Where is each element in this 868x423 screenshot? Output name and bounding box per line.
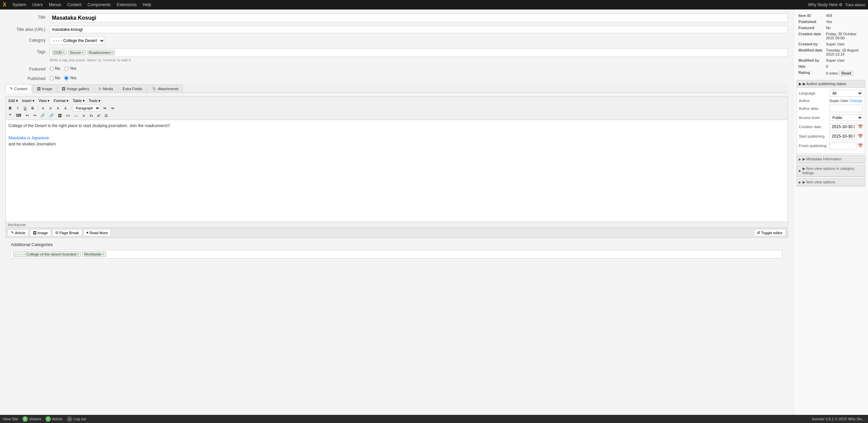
- author-publishing-content: Language All Author Super User Change: [797, 88, 865, 154]
- sidebar-published-label: Published: [797, 19, 824, 24]
- read-more-button[interactable]: ▾ Read More: [83, 229, 111, 236]
- tag-cod-remove[interactable]: ×: [62, 51, 64, 55]
- published-yes-radio[interactable]: [64, 76, 69, 80]
- toolbar-table-menu[interactable]: Table ▾: [71, 98, 86, 104]
- article-button[interactable]: ✎ Article: [8, 229, 29, 236]
- code-button[interactable]: <>: [64, 113, 72, 119]
- link-button[interactable]: 🔗: [39, 112, 47, 119]
- category-select[interactable]: - - - - College the Desert: [50, 37, 105, 45]
- featured-no-radio[interactable]: [50, 66, 54, 71]
- align-right-button[interactable]: ≡: [55, 105, 61, 111]
- remove-format-button[interactable]: ≡: [80, 113, 87, 119]
- published-yes[interactable]: Yes: [64, 76, 76, 80]
- finish-publishing-input[interactable]: [829, 142, 857, 149]
- italic-button[interactable]: I: [14, 105, 21, 111]
- paragraph-select[interactable]: Paragraph: [73, 105, 100, 112]
- redo-button[interactable]: ↪: [31, 112, 38, 119]
- toolbar-insert-menu[interactable]: Insert ▾: [20, 98, 36, 104]
- category-row: Category - - - - College the Desert: [5, 37, 788, 45]
- tab-image-gallery[interactable]: 🖼 Image gallery: [57, 84, 94, 93]
- toolbar-format-menu[interactable]: Format ▾: [52, 98, 70, 104]
- superscript-button[interactable]: x²: [95, 113, 102, 119]
- info-created-date: Created date Friday, 30 October 2015 09:…: [797, 31, 865, 41]
- editor-bottom-left: ✎ Article 🖼 Image ⊟ Page Break ▾ Read Mo…: [8, 229, 111, 236]
- toolbar-view-menu[interactable]: View ▾: [37, 98, 52, 104]
- align-left-button[interactable]: ≡: [40, 105, 46, 111]
- finish-publishing-label: Finish publishing: [799, 144, 829, 148]
- tab-media[interactable]: ▷ Media: [94, 84, 117, 93]
- start-publishing-calendar-icon[interactable]: 📅: [858, 134, 863, 139]
- published-no[interactable]: No: [50, 76, 60, 80]
- additional-categories-input[interactable]: - - - - - College-of-the-desert-branded …: [11, 250, 782, 259]
- toolbar-edit-menu[interactable]: Edit ▾: [7, 98, 20, 104]
- published-no-radio[interactable]: [50, 76, 54, 80]
- hr-button[interactable]: —: [73, 113, 80, 119]
- tag-soccer-remove[interactable]: ×: [82, 51, 84, 55]
- subscript-button[interactable]: x₂: [88, 112, 95, 119]
- image-insert-button[interactable]: 🖼 Image: [30, 229, 51, 236]
- list-ordered-button[interactable]: ≔: [101, 105, 108, 112]
- toggle-editor-button[interactable]: ⇄ Toggle editor: [754, 229, 786, 236]
- undo-button[interactable]: ↩: [24, 112, 31, 119]
- unlink-button[interactable]: 🔗: [48, 112, 56, 119]
- tab-content[interactable]: ✎ Content: [5, 84, 32, 93]
- image-button[interactable]: 🖼: [56, 113, 63, 119]
- special-char-button[interactable]: Ω: [103, 113, 110, 119]
- start-publishing-input[interactable]: [829, 133, 857, 140]
- align-justify-button[interactable]: ≡: [62, 105, 69, 111]
- nav-components[interactable]: Components: [85, 1, 113, 8]
- title-input[interactable]: [50, 14, 788, 22]
- featured-yes[interactable]: Yes: [64, 66, 76, 71]
- tab-attachments[interactable]: 📎 Attachments: [147, 84, 183, 93]
- logo-icon[interactable]: X: [3, 2, 6, 8]
- hits-label: Hits: [797, 64, 824, 69]
- tag-roadrunners-remove[interactable]: ×: [111, 51, 113, 55]
- finish-publishing-calendar-icon[interactable]: 📅: [858, 143, 863, 148]
- featured-no[interactable]: No: [50, 66, 60, 71]
- attachments-tab-label: Attachments: [158, 87, 178, 91]
- page-break-button[interactable]: ⊟ Page Break: [52, 229, 82, 236]
- why-study-link[interactable]: Why Study Here ⚙: [808, 2, 843, 7]
- title-alias-input[interactable]: [50, 26, 788, 33]
- language-value: All: [829, 90, 863, 97]
- nav-users[interactable]: Users: [30, 1, 45, 8]
- featured-yes-radio[interactable]: [64, 66, 69, 71]
- tags-container[interactable]: COD × Soccer × Roadrunners ×: [50, 48, 788, 57]
- nav-menus[interactable]: Menus: [46, 1, 64, 8]
- item-view-options-header[interactable]: ▶ ▶ Item view options in category listin…: [797, 165, 865, 177]
- cat-tag-college-remove[interactable]: ×: [77, 252, 79, 256]
- nav-help[interactable]: Help: [140, 1, 154, 8]
- author-change-link[interactable]: Change: [849, 99, 863, 103]
- reset-rating-button[interactable]: Reset: [839, 70, 853, 76]
- nav-system[interactable]: System: [10, 1, 29, 8]
- info-modified-by: Modified by Super User: [797, 58, 865, 63]
- underline-button[interactable]: U: [22, 105, 29, 111]
- item-view-options-short-header[interactable]: ▶ ▶ Item view options: [797, 179, 865, 186]
- trace-alias-link[interactable]: Trace aliases: [845, 3, 865, 7]
- author-publishing-header[interactable]: ▶ ▶ Author publishing status: [797, 80, 865, 88]
- creation-date-input[interactable]: [829, 123, 857, 130]
- pre-button[interactable]: ⌨: [14, 112, 23, 119]
- editor-line-2: Masataka is Japanese: [8, 135, 785, 141]
- bold-button[interactable]: B: [7, 105, 14, 111]
- blockquote-button[interactable]: ❝: [7, 112, 14, 119]
- cat-tag-worldwide-remove[interactable]: ×: [102, 252, 104, 256]
- title-alias-field: [50, 26, 788, 33]
- nav-extensions[interactable]: Extensions: [114, 1, 139, 8]
- editor-content[interactable]: College of the Desert is the right place…: [6, 120, 788, 222]
- nav-content[interactable]: Content: [64, 1, 84, 8]
- creation-date-calendar-icon[interactable]: 📅: [858, 124, 863, 129]
- language-select[interactable]: All: [829, 90, 863, 97]
- author-alias-input[interactable]: [829, 105, 863, 112]
- tab-image[interactable]: 🖼 Image: [33, 84, 57, 93]
- toolbar-tools-menu[interactable]: Tools ▾: [87, 98, 102, 104]
- info-published: Published Yes: [797, 19, 865, 24]
- list-unordered-button[interactable]: ≔: [109, 105, 116, 112]
- tab-extra-fields[interactable]: Extra Fields: [118, 84, 147, 93]
- access-level-select[interactable]: Public: [829, 114, 863, 121]
- read-more-label: Read More: [90, 231, 108, 235]
- align-center-button[interactable]: ≡: [47, 105, 54, 111]
- title-row: Title: [5, 14, 788, 22]
- metadata-header[interactable]: ▶ ▶ Metadata Information: [797, 156, 865, 163]
- strikethrough-button[interactable]: S: [29, 105, 36, 111]
